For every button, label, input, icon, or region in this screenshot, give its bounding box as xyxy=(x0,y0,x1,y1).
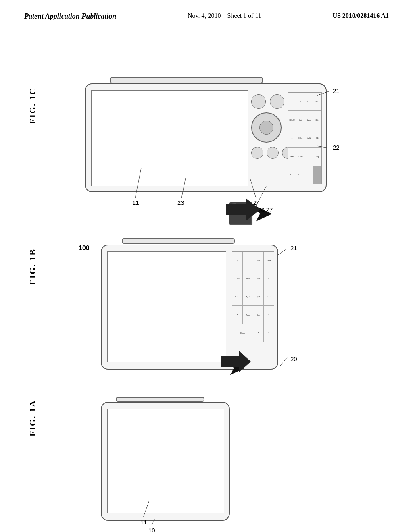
fig1c-ref-22: 22 xyxy=(333,144,340,151)
fig1c-arrow: ⬛➤ xyxy=(228,202,272,226)
date-sheet: Nov. 4, 2010 Sheet 1 of 11 xyxy=(188,12,261,19)
fig1b-ref-20: 20 xyxy=(290,355,297,362)
fig1c-keypad: ↑ 1 2abc 3def CLEAR 1αω 2abc 3def # Colo… xyxy=(288,92,322,184)
page-header: Patent Application Publication Nov. 4, 2… xyxy=(0,0,413,25)
b-key-3: Guas xyxy=(264,252,274,270)
b-key-up: ↑ xyxy=(232,252,242,270)
b-key-e2: 7pqr xyxy=(243,306,253,324)
b-key-1: 1 xyxy=(243,252,253,270)
key-star: * xyxy=(305,148,313,165)
b-key-d3: 5jkl xyxy=(253,288,263,306)
b-key-d4: 0 end xyxy=(264,288,274,306)
publication-title: Patent Application Publication xyxy=(24,12,116,21)
b-key-c4: # xyxy=(264,270,274,288)
fig1c-right-panel: ↑ 1 2abc 3def CLEAR 1αω 2abc 3def # Colo… xyxy=(249,90,322,186)
circle-btn-1 xyxy=(251,94,266,109)
b-key-f1: Color xyxy=(232,324,253,342)
fig1b-label: FIG. 1B xyxy=(27,249,38,285)
key-2b: 2abc xyxy=(305,111,313,129)
fig1c-ref-24: 24 xyxy=(253,199,260,206)
key-hash: # xyxy=(288,129,296,147)
b-key-f3: * xyxy=(264,324,274,342)
key-4: 4ghi xyxy=(305,129,313,147)
fig1b-screen xyxy=(107,251,226,362)
b-key-e4: * xyxy=(264,306,274,324)
circle-btn-5 xyxy=(267,147,279,159)
key-3d: 3def xyxy=(313,111,321,129)
fig1c-device: ↑ 1 2abc 3def CLEAR 1αω 2abc 3def # Colo… xyxy=(85,83,327,192)
fig1c-screen xyxy=(91,90,248,186)
b-key-2: 2abc xyxy=(253,252,263,270)
fig1c-label: FIG. 1C xyxy=(27,87,38,124)
key-6: 6mno xyxy=(288,148,296,165)
b-key-c3: 2abc xyxy=(253,270,263,288)
fig1a-ref-10: 10 xyxy=(148,527,155,532)
fig1a-device xyxy=(101,402,230,521)
b-key-c1: CLEAR xyxy=(232,270,242,288)
fig1b-device: ↑ 1 2abc Guas CLEAR 1αω 2abc # Color 4gh… xyxy=(101,245,278,370)
key-7: 7pqr xyxy=(313,148,321,165)
fig1a-antenna xyxy=(116,397,204,402)
fig1c-nav-circle xyxy=(251,112,282,143)
fig1b-antenna xyxy=(122,238,235,244)
b-key-c2: 1αω xyxy=(243,270,253,288)
nav-inner xyxy=(259,121,273,135)
b-key-f2: * xyxy=(253,324,263,342)
fig1c-ref-21: 21 xyxy=(333,87,340,94)
key-3def: 3def xyxy=(313,93,321,110)
drawing-area: FIG. 1C xyxy=(0,25,413,525)
circle-btn-4 xyxy=(251,147,263,159)
key-grid: ↑ 1 2abc 3def CLEAR 1αω 2abc 3def # Colo… xyxy=(288,93,321,184)
fig1a-label: FIG. 1A xyxy=(27,400,38,436)
key-color: Color xyxy=(296,129,305,147)
fig1c-ref-25-27: 25,26,27 xyxy=(249,206,273,213)
fig1b-key-grid: ↑ 1 2abc Guas CLEAR 1αω 2abc # Color 4gh… xyxy=(232,252,274,342)
key-1: 1 xyxy=(296,93,305,110)
key-5: 5jkl xyxy=(313,129,321,147)
fig1c-ref-11: 11 xyxy=(132,199,139,206)
key-0end: 0 end xyxy=(296,148,305,165)
svg-line-6 xyxy=(278,249,287,255)
fig1b-ref-21: 21 xyxy=(290,245,297,251)
key-2abc: 2abc xyxy=(305,93,313,110)
b-key-e1: * xyxy=(232,306,242,324)
fig1b-keypad: ↑ 1 2abc Guas CLEAR 1αω 2abc # Color 4gh… xyxy=(232,251,274,342)
fig1c-ref-23: 23 xyxy=(177,199,184,206)
key-1aw: 1αω xyxy=(296,111,305,129)
circle-btn-2 xyxy=(270,94,284,109)
fig1c-antenna xyxy=(110,77,263,83)
fig1a-ref-11: 11 xyxy=(140,519,147,526)
fig1b-arrow: ➤ xyxy=(228,355,246,380)
b-key-d1: Color xyxy=(232,288,242,306)
publication-date: Nov. 4, 2010 xyxy=(188,12,221,19)
key-9: 9vwx xyxy=(296,166,305,184)
key-8: 8stu xyxy=(288,166,296,184)
b-key-d2: 4ghi xyxy=(243,288,253,306)
key-clear: CLEAR xyxy=(288,111,296,129)
key-up: ↑ xyxy=(288,93,296,110)
sheet-info: Sheet 1 of 11 xyxy=(227,12,261,19)
key-star2: * xyxy=(305,166,313,184)
b-key-e3: 8stu xyxy=(253,306,263,324)
patent-number: US 2010/0281416 A1 xyxy=(332,12,389,19)
fig1a-screen xyxy=(107,409,224,513)
svg-line-7 xyxy=(280,357,287,366)
fig1b-ref-100: 100 xyxy=(79,245,90,252)
